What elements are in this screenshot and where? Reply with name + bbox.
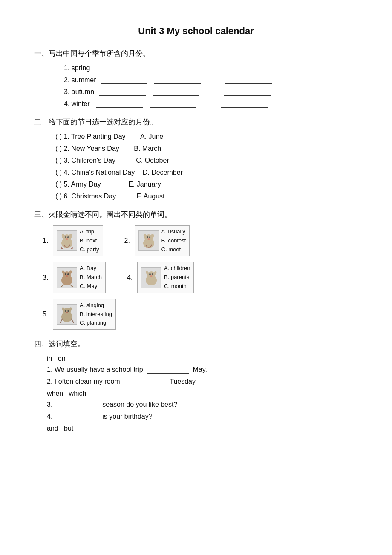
s4-sentence-3: 3. season do you like best?	[34, 401, 358, 408]
section-1: 一、写出中国每个季节所含的月份。 1. spring 2. summer 3. …	[34, 49, 358, 108]
s1-blank-2a[interactable]	[101, 83, 147, 84]
svg-point-18	[66, 275, 68, 277]
s2-holiday-2: 2. New Year's Day	[64, 145, 119, 152]
s2-option-1: A. June	[140, 133, 163, 140]
s3-card-3: A. Day B. March C. May	[53, 262, 106, 293]
s3-mascot-4	[141, 267, 161, 288]
s3-options-3: A. Day B. March C. May	[80, 264, 102, 290]
s2-option-5: E. January	[128, 181, 161, 188]
svg-point-23	[149, 273, 151, 275]
s1-blank-1b[interactable]	[148, 72, 195, 72]
s3-card-1: A. trip B. next C. party	[53, 225, 103, 256]
s2-option-2: B. March	[134, 145, 161, 152]
svg-line-35	[60, 319, 63, 323]
s4-blank-1[interactable]	[147, 373, 189, 374]
s3-mascot-3	[57, 267, 77, 288]
s3-num-3: 3.	[43, 274, 53, 282]
s3-num-4: 4.	[127, 274, 137, 282]
section2-title: 二、给下面的节日选一选对应的月份。	[34, 117, 358, 127]
s2-paren-4: ( )	[55, 169, 62, 176]
section1-row-2: 2. summer	[51, 76, 358, 84]
s1-blank-4c[interactable]	[221, 107, 268, 108]
s3-card-5: A. singing B. interesting C. planting	[53, 299, 116, 330]
section4-title: 四、选词填空。	[34, 339, 358, 349]
svg-point-32	[66, 312, 68, 313]
svg-point-30	[65, 310, 66, 312]
s4-blank-2[interactable]	[124, 385, 166, 385]
section2-item-4: ( ) 4. China's National Day D. December	[43, 169, 358, 176]
s3-num-5: 5.	[43, 311, 53, 318]
s2-paren-3: ( )	[55, 157, 62, 164]
s3-options-5: A. singing B. interesting C. planting	[80, 301, 112, 328]
s1-num-3: 3. autumn	[64, 88, 94, 95]
section3-title: 三、火眼金睛选不同。圈出不同类的单词。	[34, 210, 358, 219]
s2-holiday-5: 5. Army Day	[64, 181, 101, 188]
s1-num-2: 2. summer	[64, 76, 96, 83]
s1-blank-1c[interactable]	[219, 72, 266, 72]
section2-item-3: ( ) 3. Children's Day C. October	[43, 157, 358, 164]
s3-card-4: A. children B. parents C. month	[137, 262, 194, 293]
s4-wordbank-1: in on	[34, 355, 358, 362]
s3-num-1: 1.	[43, 237, 53, 244]
svg-point-4	[66, 238, 68, 240]
s2-paren-2: ( )	[55, 145, 62, 152]
s2-paren-1: ( )	[55, 133, 62, 140]
s2-holiday-4: 4. China's National Day	[64, 169, 135, 176]
section2-item-1: ( ) 1. Tree Planting Day A. June	[43, 133, 358, 141]
s4-blank-3[interactable]	[56, 408, 99, 408]
s4-sentence-4: 4. is your birthday?	[34, 413, 358, 420]
section1-row-3: 3. autumn	[51, 88, 358, 96]
s1-blank-1a[interactable]	[95, 72, 141, 72]
s1-num-1: 1. spring	[64, 64, 90, 72]
s1-blank-4a[interactable]	[96, 107, 143, 108]
svg-point-11	[147, 238, 150, 240]
section-4: 四、选词填空。 in on 1. We usually have a schoo…	[34, 339, 358, 432]
section2-item-2: ( ) 2. New Year's Day B. March	[43, 145, 358, 152]
s2-holiday-3: 3. Children's Day	[64, 157, 115, 164]
s2-option-6: F. August	[137, 193, 165, 200]
s4-sentence-1: 1. We usually have a school trip May.	[34, 366, 358, 374]
section1-title: 一、写出中国每个季节所含的月份。	[34, 49, 358, 58]
s4-wordbank-2: when which	[34, 390, 358, 397]
s2-holiday-1: 1. Tree Planting Day	[64, 133, 126, 140]
section1-row-4: 4. winter	[51, 100, 358, 108]
svg-point-17	[67, 273, 69, 275]
s3-mascot-5	[57, 304, 77, 325]
s2-paren-5: ( )	[55, 181, 62, 188]
s3-options-4: A. children B. parents C. month	[164, 264, 190, 290]
section2-item-6: ( ) 6. Christmas Day F. August	[43, 193, 358, 200]
svg-point-24	[152, 273, 153, 275]
s1-blank-2b[interactable]	[154, 83, 201, 84]
svg-point-31	[67, 310, 69, 312]
page-title: Unit 3 My school calendar	[34, 26, 358, 37]
s2-option-4: D. December	[143, 169, 183, 176]
s3-card-2: A. usually B. contest C. meet	[135, 225, 190, 256]
s1-blank-3b[interactable]	[153, 95, 199, 96]
section1-row-1: 1. spring	[51, 64, 358, 72]
s1-num-4: 4. winter	[64, 100, 89, 107]
s4-blank-4[interactable]	[56, 420, 99, 420]
s2-holiday-6: 6. Christmas Day	[64, 193, 116, 200]
section2-item-5: ( ) 5. Army Day E. January	[43, 181, 358, 188]
section-3: 三、火眼金睛选不同。圈出不同类的单词。 1. A. t	[34, 210, 358, 330]
s3-mascot-1	[57, 230, 77, 251]
svg-line-36	[71, 319, 74, 323]
svg-point-16	[65, 273, 66, 275]
s4-wordbank-3: and but	[34, 425, 358, 432]
s2-option-3: C. October	[136, 157, 169, 164]
s3-options-2: A. usually B. contest C. meet	[161, 227, 186, 254]
svg-point-25	[150, 275, 153, 277]
s1-blank-3c[interactable]	[224, 95, 271, 96]
s1-blank-2c[interactable]	[225, 83, 272, 84]
s2-paren-6: ( )	[55, 193, 62, 200]
s3-num-2: 2.	[124, 237, 135, 244]
s3-options-1: A. trip B. next C. party	[80, 227, 99, 254]
s1-blank-4b[interactable]	[150, 107, 196, 108]
s1-blank-3a[interactable]	[99, 95, 146, 96]
s3-mascot-2	[138, 230, 159, 251]
s4-sentence-2: 2. I often clean my room Tuesday.	[34, 378, 358, 385]
section-2: 二、给下面的节日选一选对应的月份。 ( ) 1. Tree Planting D…	[34, 117, 358, 200]
